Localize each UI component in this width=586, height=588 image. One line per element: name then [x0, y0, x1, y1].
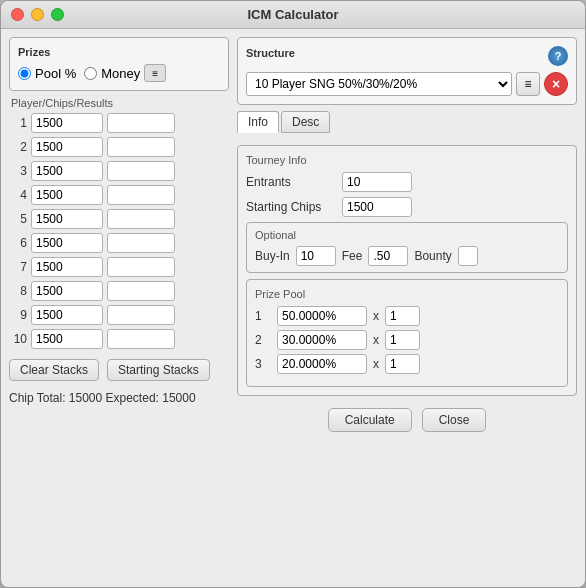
table-row: 4 — [9, 185, 229, 205]
starting-chips-row: Starting Chips — [246, 197, 568, 217]
player-num: 9 — [9, 308, 27, 322]
fee-label: Fee — [342, 249, 363, 263]
player-result-input[interactable] — [107, 137, 175, 157]
title-bar: ICM Calculator — [1, 1, 585, 29]
pool-pct-radio[interactable] — [18, 67, 31, 80]
player-chips-input[interactable] — [31, 185, 103, 205]
tabs-row: Info Desc — [237, 111, 577, 133]
prize-row: 3 x — [255, 354, 559, 374]
entrants-label: Entrants — [246, 175, 336, 189]
prize-pct-input[interactable] — [277, 330, 367, 350]
player-result-input[interactable] — [107, 305, 175, 325]
right-panel: Structure ? 10 Player SNG 50%/30%/20% 9 … — [237, 37, 577, 579]
optional-section: Optional Buy-In Fee Bounty — [246, 222, 568, 273]
player-num: 8 — [9, 284, 27, 298]
prize-pool-section: Prize Pool 1 x 2 x 3 — [246, 279, 568, 387]
prize-pct-input[interactable] — [277, 354, 367, 374]
prizes-controls: Pool % Money ≡ — [18, 64, 220, 82]
pool-pct-label: Pool % — [35, 66, 76, 81]
prize-x: x — [373, 357, 379, 371]
money-radio[interactable] — [84, 67, 97, 80]
player-chips-input[interactable] — [31, 257, 103, 277]
structure-list-button[interactable]: ≡ — [516, 72, 540, 96]
player-num: 10 — [9, 332, 27, 346]
bounty-label: Bounty — [414, 249, 451, 263]
tab-info[interactable]: Info — [237, 111, 279, 133]
player-result-input[interactable] — [107, 113, 175, 133]
maximize-window-button[interactable] — [51, 8, 64, 21]
table-row: 3 — [9, 161, 229, 181]
structure-delete-button[interactable]: × — [544, 72, 568, 96]
table-row: 2 — [9, 137, 229, 157]
calculate-button[interactable]: Calculate — [328, 408, 412, 432]
prize-num: 3 — [255, 357, 271, 371]
buyin-input[interactable] — [296, 246, 336, 266]
prize-x: x — [373, 309, 379, 323]
buyin-label: Buy-In — [255, 249, 290, 263]
prize-mult-input[interactable] — [385, 306, 420, 326]
player-chips-input[interactable] — [31, 329, 103, 349]
table-row: 9 — [9, 305, 229, 325]
table-row: 8 — [9, 281, 229, 301]
player-result-input[interactable] — [107, 185, 175, 205]
player-result-input[interactable] — [107, 161, 175, 181]
prize-pct-input[interactable] — [277, 306, 367, 326]
player-chips-input[interactable] — [31, 233, 103, 253]
main-window: ICM Calculator Prizes Pool % Money — [0, 0, 586, 588]
player-chips-input[interactable] — [31, 209, 103, 229]
table-row: 1 — [9, 113, 229, 133]
starting-stacks-button[interactable]: Starting Stacks — [107, 359, 210, 381]
prizes-section: Prizes Pool % Money ≡ — [9, 37, 229, 91]
pool-pct-radio-label[interactable]: Pool % — [18, 66, 76, 81]
close-window-button[interactable] — [11, 8, 24, 21]
player-chips-input[interactable] — [31, 305, 103, 325]
main-content: Prizes Pool % Money ≡ — [1, 29, 585, 587]
prize-num: 2 — [255, 333, 271, 347]
bounty-checkbox[interactable] — [458, 246, 478, 266]
starting-chips-input[interactable] — [342, 197, 412, 217]
player-num: 4 — [9, 188, 27, 202]
player-result-input[interactable] — [107, 281, 175, 301]
prize-pool-label: Prize Pool — [255, 288, 559, 300]
chip-total: Chip Total: 15000 Expected: 15000 — [9, 387, 229, 405]
money-label: Money — [101, 66, 140, 81]
help-button[interactable]: ? — [548, 46, 568, 66]
structure-header: Structure ? — [246, 46, 568, 66]
starting-chips-label: Starting Chips — [246, 200, 336, 214]
entrants-row: Entrants — [246, 172, 568, 192]
fee-input[interactable] — [368, 246, 408, 266]
window-controls — [11, 8, 64, 21]
structure-label: Structure — [246, 47, 295, 59]
tab-desc[interactable]: Desc — [281, 111, 330, 133]
minimize-window-button[interactable] — [31, 8, 44, 21]
table-row: 6 — [9, 233, 229, 253]
player-num: 2 — [9, 140, 27, 154]
prize-row: 2 x — [255, 330, 559, 350]
table-row: 7 — [9, 257, 229, 277]
player-chips-input[interactable] — [31, 137, 103, 157]
entrants-input[interactable] — [342, 172, 412, 192]
player-result-input[interactable] — [107, 209, 175, 229]
player-result-input[interactable] — [107, 233, 175, 253]
player-chips-input[interactable] — [31, 281, 103, 301]
player-num: 7 — [9, 260, 27, 274]
player-result-input[interactable] — [107, 329, 175, 349]
prizes-label: Prizes — [18, 46, 220, 58]
player-num: 5 — [9, 212, 27, 226]
prize-mult-input[interactable] — [385, 330, 420, 350]
prizes-list-button[interactable]: ≡ — [144, 64, 166, 82]
player-chips-input[interactable] — [31, 113, 103, 133]
optional-row: Buy-In Fee Bounty — [255, 246, 559, 266]
structure-select[interactable]: 10 Player SNG 50%/30%/20% 9 Player SNG 5… — [246, 72, 512, 96]
close-button[interactable]: Close — [422, 408, 487, 432]
player-result-input[interactable] — [107, 257, 175, 277]
stack-buttons: Clear Stacks Starting Stacks — [9, 355, 229, 381]
left-panel: Prizes Pool % Money ≡ — [9, 37, 229, 579]
prize-mult-input[interactable] — [385, 354, 420, 374]
player-section: Player/Chips/Results 1 2 3 4 — [9, 97, 229, 349]
player-chips-input[interactable] — [31, 161, 103, 181]
clear-stacks-button[interactable]: Clear Stacks — [9, 359, 99, 381]
money-radio-label[interactable]: Money — [84, 66, 140, 81]
prizes-radio-row: Pool % Money — [18, 66, 140, 81]
player-header: Player/Chips/Results — [9, 97, 229, 109]
